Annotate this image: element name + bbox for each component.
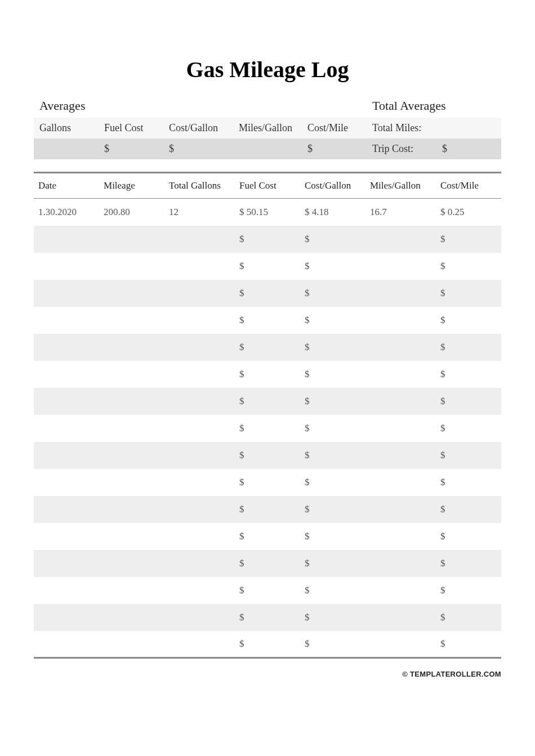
cell-miles_gallon [365,469,436,496]
log-header-miles-gallon: Miles/Gallon [365,173,436,199]
cell-total_gallons [164,577,235,604]
cell-fuel_cost: $ [235,577,300,604]
cell-cost_gallon: $ [300,334,365,361]
cell-fuel_cost: $ [235,442,300,469]
log-header-cost-gallon: Cost/Gallon [300,173,365,199]
cell-mileage [99,496,164,523]
cell-total_gallons: 12 [164,199,235,226]
table-row: $$$ [34,226,501,253]
cell-total_gallons [164,604,235,631]
cell-total_gallons [164,307,235,334]
cell-miles_gallon [365,334,436,361]
cell-date: 1.30.2020 [34,199,99,226]
cell-miles_gallon [365,604,436,631]
cell-miles_gallon [365,307,436,334]
table-row: 1.30.2020200.8012$ 50.15$ 4.1816.7$ 0.25 [34,199,501,226]
avg-header-fuel-cost: Fuel Cost [99,118,163,138]
total-miles-label: Total Miles: [367,118,436,138]
cell-mileage [99,307,164,334]
cell-fuel_cost: $ [235,307,300,334]
avg-header-miles-gallon: Miles/Gallon [233,118,302,138]
avg-value-cost-gallon: $ [163,138,233,159]
cell-miles_gallon [365,523,436,550]
cell-total_gallons [164,280,235,307]
cell-cost_mile: $ [436,550,501,577]
cell-miles_gallon [365,253,436,280]
cell-mileage [99,577,164,604]
cell-date [34,307,99,334]
cell-total_gallons [164,415,235,442]
cell-total_gallons [164,334,235,361]
table-row: $$$ [34,253,501,280]
cell-total_gallons [164,388,235,415]
cell-total_gallons [164,631,235,658]
cell-cost_gallon: $ [300,577,365,604]
log-header-total-gallons: Total Gallons [164,173,235,199]
cell-cost_gallon: $ [300,226,365,253]
avg-value-gallons [34,138,99,159]
cell-cost_gallon: $ [300,361,365,388]
cell-date [34,550,99,577]
log-header-date: Date [34,173,99,199]
page-title: Gas Mileage Log [34,56,501,83]
cell-cost_mile: $ [436,307,501,334]
cell-total_gallons [164,253,235,280]
log-header-fuel-cost: Fuel Cost [235,173,300,199]
cell-cost_mile: $ [436,253,501,280]
table-row: $$$ [34,496,501,523]
table-row: $$$ [34,361,501,388]
cell-miles_gallon [365,388,436,415]
cell-cost_gallon: $ 4.18 [300,199,365,226]
cell-cost_gallon: $ [300,550,365,577]
cell-mileage [99,280,164,307]
table-row: $$$ [34,577,501,604]
cell-total_gallons [164,496,235,523]
cell-mileage [99,631,164,658]
cell-fuel_cost: $ [235,280,300,307]
cell-date [34,253,99,280]
cell-total_gallons [164,226,235,253]
table-row: $$$ [34,307,501,334]
cell-cost_gallon: $ [300,307,365,334]
table-row: $$$ [34,469,501,496]
cell-date [34,631,99,658]
cell-miles_gallon [365,415,436,442]
cell-date [34,604,99,631]
log-header-cost-mile: Cost/Mile [436,173,501,199]
total-averages-heading: Total Averages [367,94,501,118]
table-row: $$$ [34,280,501,307]
cell-total_gallons [164,550,235,577]
cell-date [34,496,99,523]
cell-mileage [99,253,164,280]
cell-cost_mile: $ [436,496,501,523]
cell-cost_gallon: $ [300,388,365,415]
table-row: $$$ [34,415,501,442]
table-row: $$$ [34,523,501,550]
cell-cost_gallon: $ [300,523,365,550]
cell-mileage [99,550,164,577]
cell-total_gallons [164,469,235,496]
cell-cost_gallon: $ [300,496,365,523]
cell-mileage [99,604,164,631]
cell-date [34,280,99,307]
cell-total_gallons [164,442,235,469]
cell-fuel_cost: $ [235,253,300,280]
averages-heading: Averages [34,94,367,118]
cell-fuel_cost: $ [235,388,300,415]
averages-table: Averages Total Averages Gallons Fuel Cos… [34,94,501,159]
cell-fuel_cost: $ [235,415,300,442]
cell-date [34,361,99,388]
cell-cost_gallon: $ [300,415,365,442]
cell-miles_gallon [365,577,436,604]
cell-cost_gallon: $ [300,469,365,496]
cell-cost_mile: $ [436,415,501,442]
cell-mileage [99,523,164,550]
cell-cost_gallon: $ [300,604,365,631]
total-miles-value [436,118,501,138]
avg-value-cost-mile: $ [302,138,367,159]
avg-header-gallons: Gallons [34,118,99,138]
footer-copyright: © TEMPLATEROLLER.COM [34,670,501,678]
cell-total_gallons [164,361,235,388]
cell-fuel_cost: $ [235,334,300,361]
cell-cost_mile: $ [436,334,501,361]
